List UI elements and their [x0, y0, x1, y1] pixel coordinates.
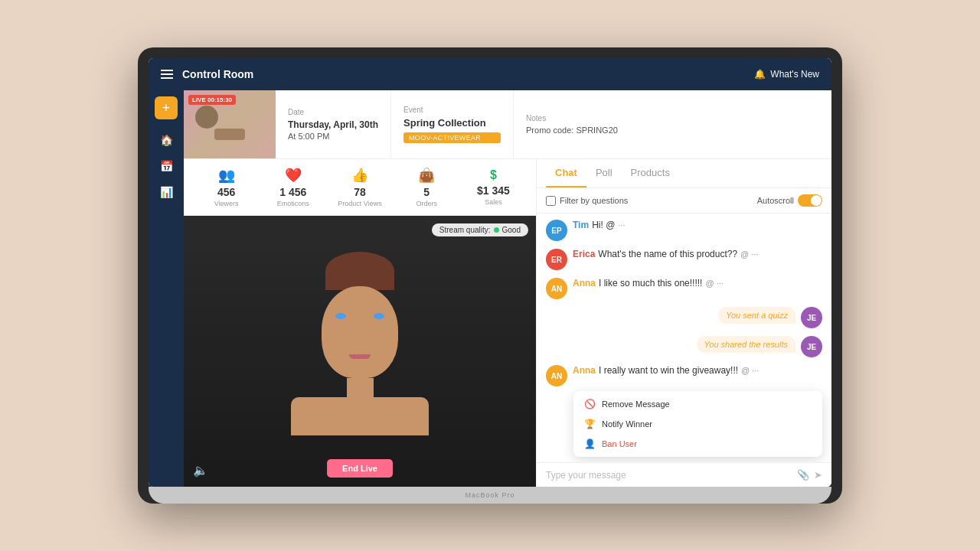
sidebar-item-calendar[interactable]: 📅 — [155, 155, 178, 178]
quizz-bubble: You sent a quizz — [718, 307, 795, 324]
avatar-je1: JE — [801, 307, 822, 328]
page-title: Control Room — [182, 68, 253, 80]
notes-text: Promo code: SPRING20 — [526, 126, 819, 135]
product-views-icon: 👍 — [351, 167, 368, 184]
bell-icon: 🔔 — [754, 69, 766, 80]
sidebar-item-chart[interactable]: 📊 — [155, 181, 178, 204]
tab-products[interactable]: Products — [622, 159, 679, 187]
chat-panel: Chat Poll Products Filter by questions — [536, 159, 831, 487]
msg-anna2-sender: Anna — [573, 365, 596, 376]
stream-quality: Stream quality: Good — [432, 223, 528, 236]
product-views-value: 78 — [354, 186, 366, 198]
date-label: Date — [288, 108, 378, 116]
msg-anna2-content: Anna I really want to win the giveaway!!… — [573, 365, 760, 376]
remove-label: Remove Message — [602, 399, 670, 409]
avatar-anna2: AN — [546, 365, 567, 386]
viewers-label: Viewers — [214, 200, 239, 207]
stats-row: 👥 456 Viewers ❤️ 1 456 Emoticons — [184, 159, 536, 216]
app-header: Control Room 🔔 What's New — [149, 58, 831, 90]
context-ban-user[interactable]: 👤 Ban User — [573, 434, 822, 454]
autoscroll-toggle[interactable] — [798, 194, 822, 207]
volume-button[interactable]: 🔈 — [193, 463, 208, 478]
whats-new-button[interactable]: 🔔 What's New — [754, 69, 819, 80]
send-button[interactable]: ➤ — [814, 469, 822, 481]
stat-sales: $ $1 345 Sales — [460, 168, 527, 206]
notes-section: Notes Promo code: SPRING20 — [514, 90, 831, 158]
msg-anna2-text: I really want to win the giveaway!!! — [599, 365, 738, 376]
msg-tim-content: Tim Hi! @ ··· — [573, 220, 625, 230]
event-tag: MOOV-ACTIVEWEAR — [403, 132, 501, 143]
msg-tim-sender: Tim — [573, 220, 589, 230]
event-name: Spring Collection — [403, 117, 501, 129]
chat-message-results: JE You shared the results — [546, 336, 822, 357]
video-content: Stream quality: Good 🔈 End Live — [184, 216, 536, 487]
autoscroll-control: Autoscroll — [757, 194, 822, 207]
stat-viewers: 👥 456 Viewers — [193, 167, 260, 207]
chat-messages: EP Tim Hi! @ ··· ER — [537, 214, 831, 462]
filter-checkbox-input[interactable] — [546, 196, 556, 206]
tab-poll[interactable]: Poll — [586, 159, 622, 187]
msg-anna2-actions[interactable]: @ ··· — [741, 366, 759, 375]
ban-user-label: Ban User — [602, 439, 637, 448]
msg-erica-content: Erica What's the name of this product?? … — [573, 249, 759, 259]
stat-orders: 👜 5 Orders — [394, 167, 460, 207]
end-live-button[interactable]: End Live — [327, 459, 393, 478]
sidebar-item-home[interactable]: 🏠 — [155, 129, 178, 152]
context-notify-winner[interactable]: 🏆 Notify Winner — [573, 414, 822, 434]
orders-value: 5 — [423, 186, 430, 198]
emoticons-label: Emoticons — [277, 200, 309, 207]
event-label: Event — [403, 106, 501, 114]
video-subject — [283, 252, 436, 451]
emoticons-value: 1 456 — [279, 186, 306, 198]
msg-anna1-sender: Anna — [573, 278, 596, 289]
avatar-anna1: AN — [546, 278, 567, 299]
product-views-label: Product Views — [338, 200, 381, 207]
notes-label: Notes — [526, 114, 819, 122]
event-thumbnail: LIVE 00:15:30 — [184, 90, 276, 158]
emoticons-icon: ❤️ — [285, 167, 302, 184]
attachment-icon[interactable]: 📎 — [797, 469, 809, 481]
chat-tabs: Chat Poll Products — [537, 159, 831, 188]
avatar-erica: ER — [546, 249, 567, 270]
video-area: Stream quality: Good 🔈 End Live — [184, 216, 536, 487]
tab-chat[interactable]: Chat — [546, 159, 586, 187]
stream-quality-label: Stream quality: — [439, 226, 491, 234]
add-button[interactable]: + — [155, 96, 178, 119]
filter-label: Filter by questions — [560, 196, 628, 205]
left-panel: 👥 456 Viewers ❤️ 1 456 Emoticons — [184, 159, 536, 487]
filter-questions[interactable]: Filter by questions — [546, 196, 628, 206]
stream-quality-value: Good — [502, 226, 521, 234]
notify-winner-label: Notify Winner — [602, 419, 652, 429]
context-remove-message[interactable]: 🚫 Remove Message — [573, 394, 822, 414]
sales-label: Sales — [485, 198, 502, 206]
date-section: Date Thursday, April, 30th At 5:00 PM — [276, 90, 391, 158]
msg-anna1-text: I like so much this one!!!!! — [599, 278, 702, 289]
chat-message-anna2: AN Anna I really want to win the giveawa… — [546, 365, 822, 386]
msg-anna1-actions[interactable]: @ ··· — [705, 279, 723, 288]
msg-anna1-content: Anna I like so much this one!!!!! @ ··· — [573, 278, 724, 289]
viewers-icon: 👥 — [218, 167, 235, 184]
chat-message-tim: EP Tim Hi! @ ··· — [546, 220, 822, 241]
date-value: Thursday, April, 30th — [288, 119, 378, 130]
results-bubble: You shared the results — [697, 336, 795, 353]
info-bar: LIVE 00:15:30 Date Thursday, April, 30th… — [184, 90, 831, 159]
menu-button[interactable] — [161, 70, 173, 79]
avatar-tim: EP — [546, 220, 567, 241]
chat-input[interactable] — [546, 470, 791, 481]
msg-tim-actions[interactable]: ··· — [618, 220, 625, 230]
trophy-icon: 🏆 — [584, 419, 596, 429]
viewers-value: 456 — [217, 186, 235, 198]
filter-bar: Filter by questions Autoscroll — [537, 188, 831, 214]
ban-icon: 👤 — [584, 439, 596, 449]
context-menu: 🚫 Remove Message 🏆 Notify Winner 👤 — [573, 391, 822, 457]
avatar-je2: JE — [801, 336, 822, 357]
main-content: + 🏠 📅 📊 LIVE 00:15:30 Date — [149, 90, 831, 487]
msg-erica-actions[interactable]: @ ··· — [740, 249, 758, 259]
time-value: At 5:00 PM — [288, 132, 378, 141]
remove-icon: 🚫 — [584, 399, 596, 409]
orders-label: Orders — [416, 200, 437, 207]
msg-erica-text: What's the name of this product?? — [598, 249, 737, 259]
send-icons: 📎 ➤ — [797, 469, 822, 481]
content-area: LIVE 00:15:30 Date Thursday, April, 30th… — [184, 90, 831, 487]
msg-tim-text: Hi! @ — [592, 220, 615, 230]
